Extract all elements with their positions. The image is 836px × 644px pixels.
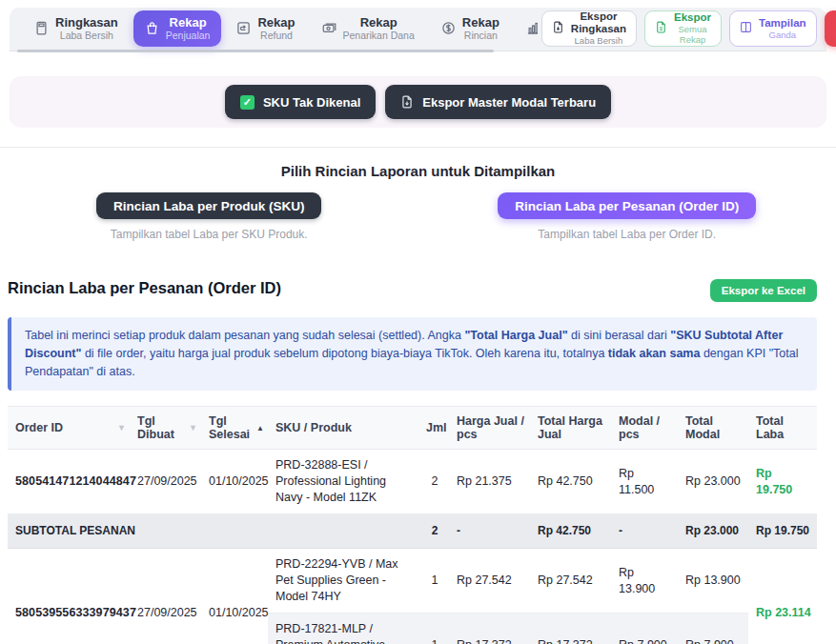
button-subtitle: Laba Bersih <box>571 35 626 46</box>
shopping-bag-icon <box>145 21 159 35</box>
cell-tgl-selesai: 01/10/2025 <box>201 549 268 644</box>
header-total-laba[interactable]: Total Laba <box>748 407 817 450</box>
export-master-modal-label: Ekspor Master Modal Terbaru <box>422 95 596 110</box>
actions-band: ✓ SKU Tak Dikenal Ekspor Master Modal Te… <box>10 76 826 128</box>
header-label: Jml <box>426 421 447 434</box>
cell-modal: Rp 13.900 <box>611 549 678 614</box>
button-subtitle: Semua Rekap <box>674 24 711 45</box>
header-harga-jual-pcs[interactable]: Harga Jual / pcs <box>449 407 530 450</box>
cell-total-laba: Rp 19.750 <box>748 450 817 514</box>
header-jml[interactable]: Jml <box>418 407 449 450</box>
header-label: Modal / pcs <box>619 414 660 441</box>
cell-total-modal: Rp 7.900 <box>678 614 748 644</box>
cell-harga-jual: Rp 27.542 <box>449 549 530 614</box>
header-label: Harga Jual / pcs <box>457 414 524 441</box>
tab-title: Ringkasan <box>55 15 118 30</box>
table-header-row: Order ID▼ Tgl Dibuat▼ Tgl Selesai▲ SKU /… <box>8 407 817 450</box>
sort-asc-icon: ▲ <box>256 424 264 433</box>
sort-caret-icon: ▼ <box>117 423 126 433</box>
toolbar-actions: Ekspor Ringkasan Laba Bersih Ekspor Semu… <box>541 10 836 47</box>
report-tabbar: Ringkasan Laba Bersih Rekap Penjualan Re… <box>10 8 826 51</box>
tab-title: Rekap <box>343 15 415 30</box>
header-label: Total Harga Jual <box>538 414 602 441</box>
report-per-order-button[interactable]: Rincian Laba per Pesanan (Order ID) <box>498 192 756 219</box>
tab-subtitle: Penarikan Dana <box>343 30 415 42</box>
table-row[interactable]: 580539556333979437 27/09/2025 01/10/2025… <box>8 549 817 614</box>
subtotal-laba: Rp 19.750 <box>748 514 817 549</box>
cell-order-id: 580539556333979437 <box>8 549 130 644</box>
cell-tgl-selesai: 01/10/2025 <box>201 450 268 514</box>
tab-rekap-penarikan-dana[interactable]: Rekap Penarikan Dana <box>311 10 426 47</box>
header-label: Total Laba <box>756 414 784 441</box>
view-mode-button[interactable]: Tampilan Ganda <box>729 10 817 47</box>
calculator-icon <box>34 21 49 35</box>
picker-heading: Pilih Rincian Laporan untuk Ditampilkan <box>0 163 836 179</box>
report-picker: Pilih Rincian Laporan untuk Ditampilkan … <box>0 163 836 241</box>
cell-total-harga: Rp 27.542 <box>530 549 611 614</box>
header-total-harga-jual[interactable]: Total Harga Jual <box>530 407 611 450</box>
export-summary-button[interactable]: Ekspor Ringkasan Laba Bersih <box>541 10 637 47</box>
tab-title: Rekap <box>257 15 295 30</box>
report-per-product-caption: Tampilkan tabel Laba per SKU Produk. <box>111 228 308 241</box>
header-label: Tgl Dibuat <box>137 414 174 441</box>
subtotal-total-modal: Rp 23.000 <box>678 514 748 549</box>
report-per-product-button[interactable]: Rincian Laba per Produk (SKU) <box>96 192 321 219</box>
order-detail-section: Rincian Laba per Pesanan (Order ID) Eksp… <box>8 279 817 644</box>
info-text: di sini berasal dari <box>568 329 671 342</box>
tab-rekap-refund[interactable]: Rekap Refund <box>225 10 306 47</box>
table-row[interactable]: 580541471214044847 27/09/2025 01/10/2025… <box>8 450 817 514</box>
tab-subtitle: Laba Bersih <box>55 30 118 42</box>
info-bold: tidak akan sama <box>608 347 701 360</box>
cash-icon <box>322 21 336 35</box>
button-title: Ekspor <box>674 11 711 24</box>
cell-order-id: 580541471214044847 <box>8 450 130 514</box>
header-tgl-selesai[interactable]: Tgl Selesai▲ <box>201 407 268 450</box>
bar-chart-icon <box>526 21 538 35</box>
export-all-button[interactable]: Ekspor Semua Rekap <box>644 10 722 47</box>
cell-total-laba: Rp 23.114 <box>748 549 817 644</box>
tab-rekap-penjualan[interactable]: Rekap Penjualan <box>133 10 222 47</box>
header-order-id[interactable]: Order ID▼ <box>8 407 130 450</box>
columns-icon <box>740 21 752 36</box>
button-subtitle: Ganda <box>759 30 806 40</box>
tab-subtitle: Refund <box>257 30 295 42</box>
cell-total-harga: Rp 42.750 <box>530 450 611 514</box>
cell-tgl-dibuat: 27/09/2025 <box>130 450 201 514</box>
subtotal-jml: 2 <box>418 514 449 549</box>
cell-total-harga: Rp 17.372 <box>530 614 611 644</box>
header-label: SKU / Produk <box>275 421 352 434</box>
tab-title: Rekap <box>462 15 500 30</box>
report-per-order-caption: Tampilkan tabel Laba per Order ID. <box>538 228 716 241</box>
button-title: Ekspor Ringkasan <box>571 10 626 35</box>
tabbar-scrollbar[interactable] <box>17 50 494 52</box>
tab-rekap-rincian[interactable]: Rekap Rincian <box>430 10 511 47</box>
cell-sku: PRD-22294-YVB / Max Pet Supplies Green -… <box>268 549 418 614</box>
file-export-icon <box>655 21 667 36</box>
header-modal-pcs[interactable]: Modal / pcs <box>611 407 678 450</box>
export-master-modal-button[interactable]: Ekspor Master Modal Terbaru <box>385 85 611 119</box>
tab-rekap-analisis[interactable]: Rek Anali <box>515 10 538 47</box>
cell-sku: PRD-32888-ESI / Professional Lighting Na… <box>268 450 418 514</box>
sku-unknown-button[interactable]: ✓ SKU Tak Dikenal <box>225 85 376 119</box>
tab-subtitle: Rincian <box>462 30 500 42</box>
header-total-modal[interactable]: Total Modal <box>678 407 748 450</box>
tab-ringkasan-laba-bersih[interactable]: Ringkasan Laba Bersih <box>23 10 130 47</box>
export-excel-button[interactable]: Ekspor ke Excel <box>710 279 817 302</box>
header-tgl-dibuat[interactable]: Tgl Dibuat▼ <box>130 407 201 450</box>
sort-caret-icon: ▼ <box>189 423 197 433</box>
subtotal-modal: - <box>611 514 678 549</box>
cell-tgl-dibuat: 27/09/2025 <box>130 549 201 644</box>
header-label: Tgl Selesai <box>209 414 250 441</box>
return-arrow-icon <box>236 21 251 35</box>
cell-jml: 1 <box>418 614 449 644</box>
file-export-icon <box>552 21 564 36</box>
info-bold: "Total Harga Jual" <box>464 329 567 342</box>
cell-jml: 2 <box>418 450 449 514</box>
tab-title: Rekap <box>166 15 211 30</box>
reset-button[interactable]: ↻ Reset <box>825 10 836 47</box>
subtotal-harga: - <box>449 514 530 549</box>
header-sku-produk[interactable]: SKU / Produk <box>268 407 418 450</box>
file-download-icon <box>400 95 414 109</box>
cell-harga-jual: Rp 17.372 <box>449 614 530 644</box>
dollar-circle-icon <box>441 21 456 35</box>
